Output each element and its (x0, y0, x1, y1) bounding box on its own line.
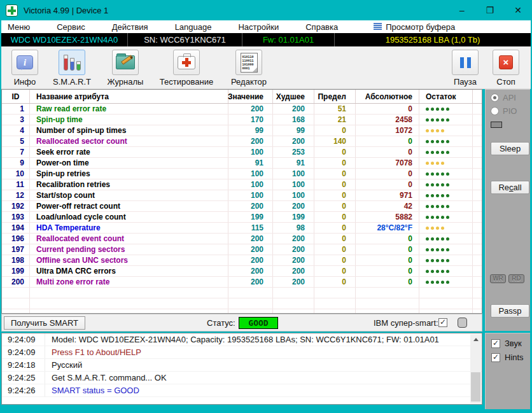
attribute-id: 194 (2, 223, 30, 233)
log-row: 9:24:26SMART status = GOOD (2, 384, 482, 397)
buffer-view-button[interactable]: Просмотр буфера (374, 22, 455, 32)
api-radio-row[interactable]: API (491, 93, 516, 102)
attribute-raw: 0 (356, 179, 419, 190)
sound-checkbox[interactable] (491, 339, 500, 348)
table-row[interactable]: 194HDA Temperature11598028°C/82°F (2, 223, 482, 234)
attribute-worst: 100 (273, 169, 314, 179)
toolbar-button-редактор[interactable]: 010110 110011 101000 0001Редактор (221, 50, 276, 87)
table-row[interactable]: 4Number of spin-up times999901072 (2, 125, 482, 136)
table-row[interactable]: 192Power-off retract count200200042 (2, 201, 482, 212)
attribute-worst: 100 (273, 179, 314, 190)
health-dot-icon (436, 129, 439, 132)
table-row[interactable]: 9Power-on time919107078 (2, 158, 482, 169)
health-dot-icon (431, 183, 434, 186)
health-dot-icon (446, 118, 449, 122)
scrollbar-thumb[interactable] (471, 372, 480, 402)
pio-radio[interactable] (491, 107, 499, 115)
passport-button[interactable]: Passp (491, 304, 529, 318)
hints-checkbox[interactable] (491, 353, 500, 362)
health-dots (419, 147, 473, 157)
api-radio[interactable] (491, 94, 499, 102)
minimize-button[interactable]: – (448, 1, 476, 20)
health-dot-icon (431, 162, 434, 165)
maximize-button[interactable]: ❐ (476, 1, 504, 20)
log-scrollbar[interactable] (470, 334, 481, 403)
header-cell: ID (2, 90, 30, 103)
health-dot-icon (426, 248, 429, 251)
health-dot-icon (441, 205, 444, 208)
empty-row (2, 309, 482, 314)
log-time: 9:24:26 (2, 384, 45, 396)
health-dot-icon (426, 118, 429, 122)
scroll-up-icon[interactable] (470, 334, 481, 345)
attribute-name: HDA Temperature (30, 223, 228, 233)
attribute-value: 170 (228, 115, 273, 125)
table-row[interactable]: 12Start/stop count1001000971 (2, 190, 482, 201)
pio-radio-row[interactable]: PIO (491, 106, 517, 116)
pencil-icon (121, 55, 133, 65)
attribute-raw: 0 (356, 169, 419, 179)
close-button[interactable]: ✕ (504, 1, 532, 20)
attribute-value: 200 (228, 201, 273, 211)
table-row[interactable]: 199Ultra DMA CRC errors20020000 (2, 266, 482, 277)
attribute-value: 200 (228, 136, 273, 146)
ibm-super-smart-checkbox[interactable] (438, 318, 447, 327)
stop-button[interactable]: × Стоп (485, 50, 527, 87)
recall-button[interactable]: Recall (491, 181, 529, 194)
menu-item-сервис[interactable]: Сервис (57, 22, 85, 32)
toolbar-button-журналы[interactable]: Журналы (99, 50, 151, 87)
folder-pencil-icon (116, 55, 135, 69)
attribute-threshold: 0 (314, 158, 356, 168)
health-dot-icon (426, 259, 429, 262)
health-dot-icon (441, 194, 444, 197)
table-row[interactable]: 198Offline scan UNC sectors20020000 (2, 255, 482, 266)
attribute-value: 99 (228, 125, 273, 136)
attribute-worst: 200 (273, 277, 314, 287)
table-row[interactable]: 196Reallocated event count20020000 (2, 234, 482, 244)
health-dots (419, 266, 473, 276)
get-smart-button[interactable]: Получить SMART (4, 316, 85, 330)
table-row[interactable]: 200Multi zone error rate20020000 (2, 277, 482, 288)
health-dot-icon (446, 270, 449, 273)
health-dot-icon (431, 172, 434, 176)
header-cell: Значение (228, 90, 273, 103)
table-row[interactable]: 1Raw read error rate200200510 (2, 104, 482, 115)
toolbar-button-smart[interactable]: S.M.A.R.T (45, 50, 99, 87)
hints-option[interactable]: Hints (491, 353, 524, 362)
health-dot-icon (426, 151, 429, 154)
table-row[interactable]: 11Recalibration retries10010000 (2, 179, 482, 190)
table-row[interactable]: 7Seek error rate10025300 (2, 147, 482, 158)
write-button[interactable]: WR (490, 274, 506, 283)
menu-item-действия[interactable]: Действия (112, 22, 148, 32)
menu-item-настройки[interactable]: Настройки (238, 22, 279, 32)
attribute-raw: 971 (356, 190, 419, 200)
attribute-raw: 0 (356, 255, 419, 265)
table-row[interactable]: 10Spin-up retries10010000 (2, 169, 482, 179)
menu-item-меню[interactable]: Меню (8, 22, 30, 32)
toolbar-button-инфо[interactable]: iИнфо (5, 50, 45, 87)
health-dot-icon (436, 248, 439, 251)
sound-option[interactable]: Звук (491, 339, 522, 348)
table-row[interactable]: 193Load/unload cycle count19919905882 (2, 212, 482, 223)
table-row[interactable]: 3Spin-up time170168212458 (2, 115, 482, 125)
pause-button[interactable]: Пауза (445, 50, 485, 87)
attribute-raw: 42 (356, 201, 419, 211)
toolbar-button-label: Инфо (14, 77, 36, 87)
status-badge: GOOD (239, 317, 278, 329)
attribute-raw: 0 (356, 277, 419, 287)
health-dots (419, 223, 473, 233)
attribute-raw: 0 (356, 147, 419, 157)
attribute-name: Ultra DMA CRC errors (30, 266, 228, 276)
log-row: 9:24:18Русский (2, 359, 482, 372)
sleep-button[interactable]: Sleep (491, 142, 529, 155)
menu-item-справка[interactable]: Справка (305, 22, 338, 32)
attribute-threshold: 0 (314, 201, 356, 211)
toolbar-button-тестирование[interactable]: Тестирование (151, 50, 221, 87)
menu-item-language[interactable]: Language (175, 22, 212, 32)
table-row[interactable]: 197Current pending sectors20020000 (2, 244, 482, 255)
read-button[interactable]: RD (508, 274, 524, 283)
table-row[interactable]: 5Reallocated sector count2002001400 (2, 136, 482, 147)
binary-document-icon: 010110 110011 101000 0001 (241, 53, 258, 73)
health-dot-icon (431, 237, 434, 241)
attribute-worst: 200 (273, 201, 314, 211)
